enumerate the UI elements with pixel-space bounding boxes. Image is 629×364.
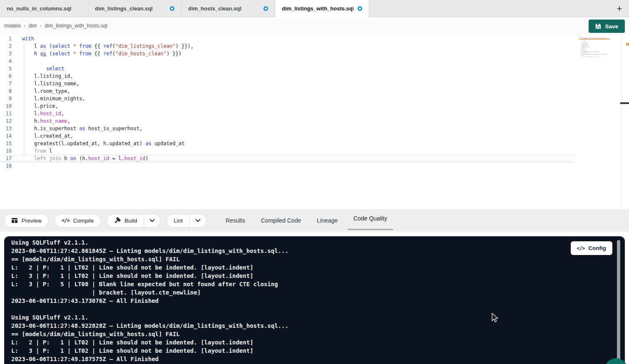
build-dropdown-button[interactable] bbox=[144, 214, 160, 227]
lint-label: Lint bbox=[174, 218, 183, 224]
preview-label: Preview bbox=[22, 218, 42, 224]
panel-tab-code-quality[interactable]: Code Quality bbox=[353, 209, 388, 232]
hammer-icon bbox=[114, 217, 121, 224]
panel-tab-lineage[interactable]: Lineage bbox=[316, 209, 338, 232]
lint-squiggle-marker bbox=[42, 55, 47, 57]
panel-tab-compiled-code[interactable]: Compiled Code bbox=[260, 209, 302, 232]
breadcrumb: models›dim›dim_listings_with_hosts.sql bbox=[4, 22, 107, 29]
code-line[interactable]: 6 l.listing_id, bbox=[0, 72, 574, 80]
code-line[interactable]: 12 h.host_name, bbox=[0, 117, 574, 125]
line-number: 17 bbox=[0, 155, 12, 162]
line-number: 12 bbox=[0, 117, 12, 125]
minimap-line: h as (select * from {{ ref("dim_hosts_cl… bbox=[579, 38, 610, 40]
code-line[interactable]: 1with bbox=[0, 35, 574, 42]
code-line[interactable]: 18 bbox=[0, 162, 574, 170]
breadcrumb-item[interactable]: dim bbox=[29, 23, 37, 29]
preview-button[interactable]: Preview bbox=[4, 214, 49, 228]
line-number: 1 bbox=[0, 35, 12, 42]
lint-button[interactable]: Lint bbox=[167, 214, 189, 227]
line-number: 3 bbox=[0, 50, 12, 57]
config-label: Config bbox=[588, 245, 606, 251]
breadcrumb-item[interactable]: models bbox=[4, 23, 21, 29]
action-toolbar: Preview </> Compile Build Lint bbox=[0, 209, 629, 232]
code-line[interactable]: 2 l as (select * from {{ ref("dim_listin… bbox=[0, 42, 574, 50]
mouse-pointer-icon bbox=[490, 313, 500, 323]
floppy-disk-icon bbox=[595, 23, 601, 29]
lint-output-terminal[interactable]: Using SQLFluff v2.1.1.2023-06-06T11:27:4… bbox=[4, 236, 625, 364]
code-line[interactable]: 11 l.host_id, bbox=[0, 110, 574, 117]
code-line[interactable]: 13 h.is_superhost as host_is_superhost, bbox=[0, 125, 574, 132]
breadcrumb-separator-icon: › bbox=[24, 22, 25, 29]
terminal-line: L: 3 | P: 5 | LT08 | Blank line expected… bbox=[11, 280, 575, 288]
terminal-line: == [models/dim/dim_listings_with_hosts.s… bbox=[11, 255, 575, 263]
lint-split-button: Lint bbox=[167, 214, 206, 228]
terminal-line: 2023-06-06T11:27:48.922828Z — Linting mo… bbox=[11, 322, 575, 330]
code-line[interactable]: 9 l.minimum_nights, bbox=[0, 95, 574, 102]
result-panel-tabs: ResultsCompiled CodeLineageCode Quality bbox=[225, 209, 388, 232]
editor-tab[interactable]: no_nulls_in_columns.sql bbox=[0, 0, 88, 17]
line-number: 16 bbox=[0, 147, 12, 155]
code-line[interactable]: 14 l.created_at, bbox=[0, 132, 574, 140]
panel-tab-label: Compiled Code bbox=[261, 217, 301, 224]
overview-cursor-marker bbox=[620, 102, 629, 104]
line-number: 10 bbox=[0, 102, 12, 110]
terminal-line: L: 3 | P: 1 | LT02 | Line should not be … bbox=[11, 272, 575, 280]
panel-tab-results[interactable]: Results bbox=[225, 209, 246, 232]
build-label: Build bbox=[124, 218, 137, 224]
line-number: 15 bbox=[0, 140, 12, 147]
code-line[interactable]: 15 greatest(l.updated_at, h.updated_at) … bbox=[0, 140, 574, 147]
terminal-line: L: 3 | P: 1 | LT02 | Line should not be … bbox=[11, 347, 575, 355]
panel-tab-label: Lineage bbox=[317, 217, 338, 224]
lint-dropdown-button[interactable] bbox=[190, 214, 206, 227]
line-number: 9 bbox=[0, 95, 12, 102]
terminal-scrollbar[interactable] bbox=[617, 240, 620, 361]
compile-label: Compile bbox=[73, 218, 94, 224]
tab-label: dim_listings_with_hosts.sql bbox=[282, 5, 353, 12]
terminal-line: == [models/dim/dim_listings_with_hosts.s… bbox=[11, 330, 575, 338]
code-line[interactable]: 10 l.price, bbox=[0, 102, 574, 110]
code-line[interactable]: 16 from l bbox=[0, 147, 574, 155]
chevron-down-icon bbox=[149, 219, 155, 223]
config-button[interactable]: </> Config bbox=[571, 241, 612, 255]
line-number: 11 bbox=[0, 110, 12, 117]
line-number: 6 bbox=[0, 72, 12, 80]
line-number: 18 bbox=[0, 162, 12, 170]
build-button[interactable]: Build bbox=[107, 214, 144, 227]
new-tab-button[interactable]: + bbox=[610, 0, 629, 17]
code-line[interactable]: 8 l.room_type, bbox=[0, 87, 574, 95]
tab-label: no_nulls_in_columns.sql bbox=[7, 5, 71, 12]
save-button[interactable]: Save bbox=[589, 20, 625, 33]
scrollbar-track bbox=[622, 35, 622, 209]
modified-dot-icon bbox=[264, 6, 268, 11]
code-editor[interactable]: 1with2 l as (select * from {{ ref("dim_l… bbox=[0, 35, 629, 209]
minimap[interactable]: with l as (select * from {{ ref("dim_lis… bbox=[579, 36, 610, 60]
code-icon: </> bbox=[62, 218, 70, 223]
line-number: 8 bbox=[0, 87, 12, 95]
terminal-line: | bracket. [layout.cte_newline] bbox=[11, 288, 575, 297]
modified-dot-icon bbox=[358, 6, 362, 11]
terminal-line: 2023-06-06T11:27:42.861845Z — Linting mo… bbox=[11, 247, 575, 255]
line-number: 7 bbox=[0, 80, 12, 87]
breadcrumb-item: dim_listings_with_hosts.sql bbox=[45, 23, 107, 29]
modified-dot-icon bbox=[170, 6, 174, 11]
compile-button[interactable]: </> Compile bbox=[55, 214, 101, 228]
code-line[interactable]: 7 l.listing_name, bbox=[0, 80, 574, 87]
terminal-line: Using SQLFluff v2.1.1. bbox=[11, 238, 575, 247]
line-number: 13 bbox=[0, 125, 12, 132]
line-number: 5 bbox=[0, 65, 12, 72]
terminal-line: L: 2 | P: 1 | LT02 | Line should not be … bbox=[11, 338, 575, 347]
code-line[interactable]: 4 bbox=[0, 57, 574, 65]
code-line[interactable]: 3 h as (select * from {{ ref("dim_hosts_… bbox=[0, 50, 574, 57]
code-line[interactable]: 17 left join h on (h.host_id = l.host_id… bbox=[0, 155, 574, 162]
overview-warning-marker bbox=[626, 43, 629, 46]
panel-tab-label: Code Quality bbox=[353, 215, 387, 222]
panel-tab-label: Results bbox=[226, 217, 245, 224]
line-number: 4 bbox=[0, 57, 12, 65]
editor-tab[interactable]: dim_listings_with_hosts.sql bbox=[275, 0, 369, 17]
table-icon bbox=[11, 217, 18, 224]
code-line[interactable]: 5 select bbox=[0, 65, 574, 72]
code-icon: </> bbox=[577, 245, 585, 251]
editor-tab[interactable]: dim_listings_clean.sql bbox=[88, 0, 181, 17]
editor-tab[interactable]: dim_hosts_clean.sql bbox=[181, 0, 275, 17]
tab-label: dim_listings_clean.sql bbox=[95, 5, 153, 12]
